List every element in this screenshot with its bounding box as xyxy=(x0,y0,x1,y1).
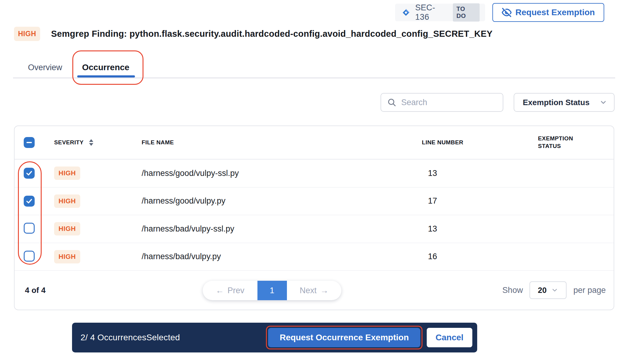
file-name-cell: /harness/bad/vulpy-ssl.py xyxy=(142,224,422,234)
tab-bar: Overview Occurrence xyxy=(0,58,617,78)
selection-action-bar: 2/ 4 OccurrencesSelected Request Occurre… xyxy=(72,323,477,352)
table-body: HIGH /harness/good/vulpy-ssl.py 13 HIGH … xyxy=(15,160,614,271)
search-icon xyxy=(387,98,396,107)
file-name-cell: /harness/bad/vulpy.py xyxy=(142,252,422,261)
table-row: HIGH /harness/bad/vulpy.py 16 xyxy=(15,243,614,271)
line-number-cell: 16 xyxy=(422,252,538,261)
request-exemption-label: Request Exemption xyxy=(515,8,595,17)
row-checkbox[interactable] xyxy=(24,168,35,179)
page-number-button[interactable]: 1 xyxy=(257,281,287,300)
column-header-exemption-status: EXEMPTION STATUS xyxy=(538,135,590,150)
jira-status-badge: TO DO xyxy=(453,3,480,22)
next-page-button[interactable]: Next → xyxy=(287,281,342,300)
column-header-file-name: FILE NAME xyxy=(142,139,422,146)
indeterminate-minus-icon xyxy=(26,142,32,143)
line-number-cell: 17 xyxy=(422,196,538,206)
row-checkbox[interactable] xyxy=(24,196,35,207)
occurrences-table: SEVERITY FILE NAME LINE NUMBER EXEMPTION… xyxy=(14,125,614,310)
eye-off-icon xyxy=(502,8,512,17)
table-footer: 4 of 4 ← Prev 1 Next → Show 20 p xyxy=(15,271,614,310)
file-name-cell: /harness/good/vulpy.py xyxy=(142,196,422,206)
finding-severity-badge: HIGH xyxy=(14,27,40,41)
search-box[interactable] xyxy=(381,93,503,112)
check-icon xyxy=(26,170,33,177)
prev-page-button[interactable]: ← Prev xyxy=(203,281,257,300)
selected-count-label: 2/ 4 OccurrencesSelected xyxy=(81,333,180,342)
severity-badge: HIGH xyxy=(54,167,80,180)
cancel-button[interactable]: Cancel xyxy=(427,328,472,347)
chevron-down-icon xyxy=(599,98,607,106)
chevron-down-icon xyxy=(551,287,558,294)
severity-badge: HIGH xyxy=(54,222,80,235)
column-header-severity: SEVERITY xyxy=(54,139,84,146)
table-row: HIGH /harness/bad/vulpy-ssl.py 13 xyxy=(15,215,614,243)
annotation-ring-request-button: Request Occurrence Exemption xyxy=(266,326,422,349)
table-row: HIGH /harness/good/vulpy-ssl.py 13 xyxy=(15,160,614,187)
page-size-value: 20 xyxy=(538,286,546,295)
severity-badge: HIGH xyxy=(54,250,80,263)
jira-diamond-icon xyxy=(401,8,411,17)
show-label: Show xyxy=(502,286,523,295)
severity-badge: HIGH xyxy=(54,194,80,208)
column-header-line-number: LINE NUMBER xyxy=(422,139,538,146)
file-name-cell: /harness/good/vulpy-ssl.py xyxy=(142,169,422,178)
pagination-control: ← Prev 1 Next → xyxy=(203,281,341,300)
check-icon xyxy=(26,197,33,205)
table-row: HIGH /harness/good/vulpy.py 17 xyxy=(15,187,614,215)
page-title: Semgrep Finding: python.flask.security.a… xyxy=(51,29,493,39)
tab-overview[interactable]: Overview xyxy=(28,58,62,77)
arrow-left-icon: ← xyxy=(215,286,224,295)
per-page-label: per page xyxy=(573,286,606,295)
select-all-checkbox[interactable] xyxy=(24,137,35,148)
row-checkbox[interactable] xyxy=(24,223,35,234)
exemption-status-filter[interactable]: Exemption Status xyxy=(514,93,615,112)
table-header-row: SEVERITY FILE NAME LINE NUMBER EXEMPTION… xyxy=(15,126,614,160)
row-count-label: 4 of 4 xyxy=(25,286,46,295)
active-tab-underline xyxy=(77,75,135,77)
tabs-divider xyxy=(13,77,615,78)
request-exemption-button[interactable]: Request Exemption xyxy=(492,3,604,22)
exemption-status-filter-label: Exemption Status xyxy=(523,98,599,107)
line-number-cell: 13 xyxy=(422,169,538,178)
jira-ticket-chip[interactable]: SEC-136 TO DO xyxy=(395,4,485,21)
arrow-right-icon: → xyxy=(320,286,329,295)
line-number-cell: 13 xyxy=(422,224,538,234)
sort-arrows-icon[interactable] xyxy=(89,139,93,146)
tab-occurrence[interactable]: Occurrence xyxy=(82,58,129,77)
jira-issue-key: SEC-136 xyxy=(415,3,448,22)
page-size-select[interactable]: 20 xyxy=(529,281,567,299)
request-occurrence-exemption-button[interactable]: Request Occurrence Exemption xyxy=(268,328,420,347)
row-checkbox[interactable] xyxy=(24,251,35,262)
search-input[interactable] xyxy=(401,98,497,107)
